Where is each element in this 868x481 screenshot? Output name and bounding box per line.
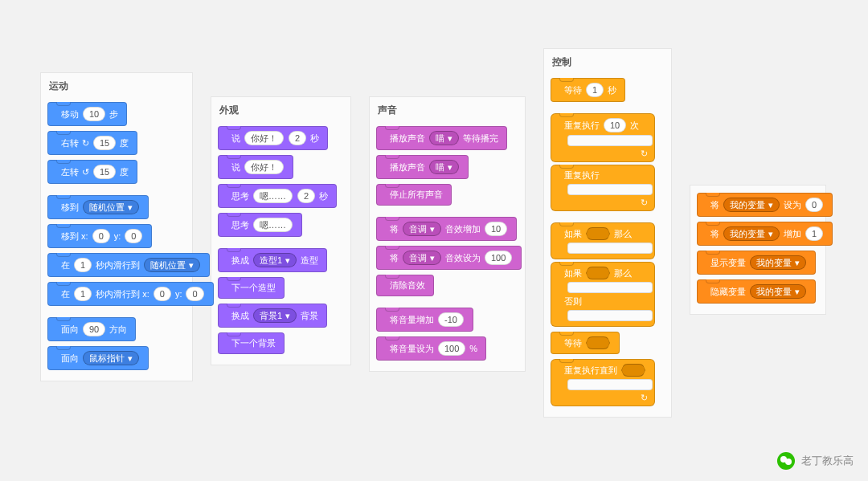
if-block[interactable]: 如果 那么 <box>551 222 655 259</box>
wait-block[interactable]: 等待 1 秒 <box>551 78 625 102</box>
think-for-secs-block[interactable]: 思考 嗯…… 2 秒 <box>218 184 337 208</box>
c-slot[interactable] <box>567 135 653 146</box>
hide-variable-block[interactable]: 隐藏变量 我的变量▾ <box>697 279 816 304</box>
variable-dropdown[interactable]: 我的变量▾ <box>750 284 806 299</box>
sound-dropdown[interactable]: 喵▾ <box>429 131 459 145</box>
next-costume-block[interactable]: 下一个造型 <box>218 277 285 299</box>
secs-input[interactable]: 2 <box>289 131 306 145</box>
chevron-down-icon: ▾ <box>430 224 435 234</box>
text: 面向 <box>61 324 79 336</box>
secs-input[interactable]: 1 <box>74 258 92 272</box>
change-variable-block[interactable]: 将 我的变量▾ 增加 1 <box>697 222 833 246</box>
point-direction-block[interactable]: 面向 90 方向 <box>47 317 136 341</box>
change-volume-block[interactable]: 将音量增加 -10 <box>376 308 473 332</box>
value-input[interactable]: 100 <box>438 341 465 356</box>
times-input[interactable]: 10 <box>604 118 626 132</box>
msg-input[interactable]: 嗯…… <box>253 189 293 203</box>
steps-input[interactable]: 10 <box>83 107 105 121</box>
c-slot[interactable] <box>567 184 653 195</box>
move-steps-block[interactable]: 移动 10 步 <box>47 102 127 126</box>
point-towards-block[interactable]: 面向 鼠标指针▾ <box>47 346 149 370</box>
msg-input[interactable]: 你好！ <box>244 160 284 174</box>
variable-dropdown[interactable]: 我的变量▾ <box>723 226 780 241</box>
c-slot[interactable] <box>567 379 653 390</box>
msg-input[interactable]: 你好！ <box>244 131 284 145</box>
secs-input[interactable]: 2 <box>297 189 315 203</box>
text: 移到 <box>61 202 79 214</box>
set-variable-block[interactable]: 将 我的变量▾ 设为 0 <box>697 193 833 217</box>
text: y: <box>114 231 121 241</box>
set-effect-block[interactable]: 将 音调▾ 音效设为 100 <box>376 246 522 270</box>
variable-dropdown[interactable]: 我的变量▾ <box>750 255 806 270</box>
glide-xy-block[interactable]: 在 1 秒内滑行到 x: 0 y: 0 <box>47 282 214 306</box>
switch-backdrop-block[interactable]: 换成 背景1▾ 背景 <box>218 304 327 328</box>
goto-dropdown[interactable]: 随机位置▾ <box>83 200 139 214</box>
value-input[interactable]: -10 <box>438 312 464 327</box>
effect-dropdown[interactable]: 音调▾ <box>403 222 441 236</box>
point-dropdown[interactable]: 鼠标指针▾ <box>83 351 139 365</box>
value-input[interactable]: 1 <box>805 226 823 241</box>
clear-effects-block[interactable]: 清除音效 <box>376 275 434 296</box>
y-input[interactable]: 0 <box>186 287 203 301</box>
glide-dropdown[interactable]: 随机位置▾ <box>144 258 200 272</box>
dir-input[interactable]: 90 <box>83 322 105 336</box>
degrees-input[interactable]: 15 <box>93 165 116 179</box>
glide-to-block[interactable]: 在 1 秒内滑行到 随机位置▾ <box>47 253 210 277</box>
c-slot[interactable] <box>567 310 653 321</box>
play-sound-until-done-block[interactable]: 播放声音 喵▾ 等待播完 <box>376 126 507 150</box>
text: 方向 <box>109 324 127 336</box>
x-input[interactable]: 0 <box>154 287 171 301</box>
chevron-down-icon: ▾ <box>768 200 773 210</box>
turn-left-block[interactable]: 左转 ↺ 15 度 <box>47 160 137 184</box>
boolean-slot[interactable] <box>586 227 610 240</box>
text: 在 <box>61 259 70 271</box>
value-input[interactable]: 100 <box>485 251 512 265</box>
boolean-slot[interactable] <box>621 364 645 377</box>
secs-input[interactable]: 1 <box>74 287 92 301</box>
repeat-until-block[interactable]: 重复执行直到 ↻ <box>551 359 655 406</box>
variable-dropdown[interactable]: 我的变量▾ <box>723 198 780 212</box>
boolean-slot[interactable] <box>586 336 610 349</box>
wait-until-block[interactable]: 等待 <box>551 332 620 354</box>
sound-dropdown[interactable]: 喵▾ <box>429 160 459 174</box>
text: 右转 <box>61 137 79 149</box>
x-input[interactable]: 0 <box>92 229 110 243</box>
say-block[interactable]: 说 你好！ <box>218 155 293 179</box>
text: 秒 <box>319 190 328 202</box>
y-input[interactable]: 0 <box>125 229 142 243</box>
repeat-block[interactable]: 重复执行 10 次 ↻ <box>551 113 655 162</box>
text: 那么 <box>614 228 632 240</box>
switch-costume-block[interactable]: 换成 造型1▾ 造型 <box>218 248 327 272</box>
boolean-slot[interactable] <box>586 267 610 279</box>
backdrop-dropdown[interactable]: 背景1▾ <box>253 308 297 323</box>
next-backdrop-block[interactable]: 下一个背景 <box>218 332 285 354</box>
stop-all-sounds-block[interactable]: 停止所有声音 <box>376 184 452 206</box>
chevron-down-icon: ▾ <box>448 162 452 173</box>
goto-xy-block[interactable]: 移到 x: 0 y: 0 <box>47 224 152 248</box>
effect-dropdown[interactable]: 音调▾ <box>403 251 441 265</box>
chevron-down-icon: ▾ <box>448 133 452 144</box>
text: 造型 <box>301 255 318 267</box>
forever-block[interactable]: 重复执行 ↻ <box>551 165 655 211</box>
value-input[interactable]: 0 <box>805 198 823 212</box>
chevron-down-icon: ▾ <box>795 287 800 297</box>
set-volume-block[interactable]: 将音量设为 100 % <box>376 336 486 361</box>
play-sound-block[interactable]: 播放声音 喵▾ <box>376 155 469 179</box>
turn-right-block[interactable]: 右转 ↻ 15 度 <box>47 131 137 155</box>
wechat-icon <box>777 452 795 470</box>
if-else-block[interactable]: 如果 那么 否则 <box>551 262 655 327</box>
goto-block[interactable]: 移到 随机位置▾ <box>47 195 149 219</box>
change-effect-block[interactable]: 将 音调▾ 音效增加 10 <box>376 217 517 241</box>
secs-input[interactable]: 1 <box>586 83 604 97</box>
show-variable-block[interactable]: 显示变量 我的变量▾ <box>697 251 816 275</box>
c-slot[interactable] <box>567 282 653 293</box>
degrees-input[interactable]: 15 <box>93 136 116 150</box>
say-for-secs-block[interactable]: 说 你好！ 2 秒 <box>218 126 328 150</box>
think-block[interactable]: 思考 嗯…… <box>218 213 302 237</box>
costume-dropdown[interactable]: 造型1▾ <box>253 253 297 267</box>
msg-input[interactable]: 嗯…… <box>253 218 293 232</box>
looks-title: 外观 <box>219 104 344 117</box>
c-slot[interactable] <box>567 243 653 254</box>
chevron-down-icon: ▾ <box>285 255 290 266</box>
value-input[interactable]: 10 <box>485 222 507 236</box>
